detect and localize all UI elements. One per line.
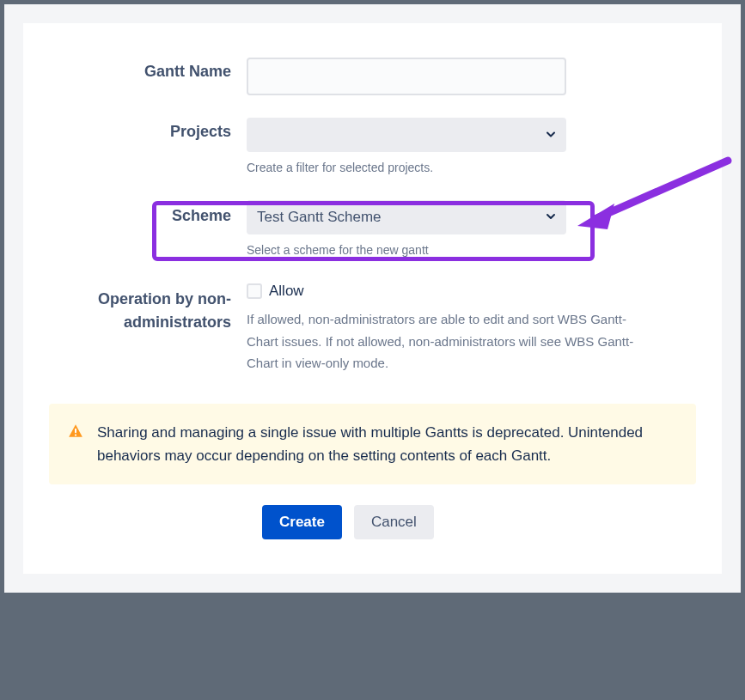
cancel-button[interactable]: Cancel [354, 505, 434, 539]
chevron-down-icon [546, 128, 556, 143]
create-button[interactable]: Create [262, 505, 342, 539]
projects-select[interactable] [247, 118, 566, 152]
scheme-select-value: Test Gantt Scheme [257, 209, 382, 226]
projects-label: Projects [49, 118, 247, 141]
gantt-name-label: Gantt Name [49, 58, 247, 81]
gantt-name-input[interactable] [247, 58, 566, 95]
scheme-label: Scheme [49, 200, 247, 225]
warning-text: Sharing and managing a single issue with… [97, 421, 677, 467]
page-background: Gantt Name Projects Create a filter for … [4, 4, 741, 593]
field-row-gantt-name: Gantt Name [49, 58, 696, 95]
chevron-down-icon [546, 209, 556, 226]
allow-checkbox[interactable] [247, 283, 262, 299]
deprecation-warning: Sharing and managing a single issue with… [49, 404, 696, 484]
create-gantt-panel: Gantt Name Projects Create a filter for … [23, 23, 722, 574]
svg-point-1 [75, 434, 76, 435]
scheme-help: Select a scheme for the new gantt [247, 243, 642, 257]
field-row-nonadmin: Operation by non-administrators Allow If… [49, 283, 696, 374]
allow-checkbox-label: Allow [269, 283, 304, 300]
projects-help: Create a filter for selected projects. [247, 161, 642, 174]
nonadmin-label: Operation by non-administrators [49, 283, 247, 334]
field-row-scheme: Scheme Test Gantt Scheme Select a scheme… [49, 200, 696, 257]
scheme-select[interactable]: Test Gantt Scheme [247, 200, 566, 234]
nonadmin-desc: If allowed, non-administrators are able … [247, 308, 642, 374]
warning-icon [68, 423, 83, 442]
button-row: Create Cancel [262, 505, 696, 539]
svg-rect-0 [75, 428, 76, 433]
field-row-projects: Projects Create a filter for selected pr… [49, 118, 696, 174]
